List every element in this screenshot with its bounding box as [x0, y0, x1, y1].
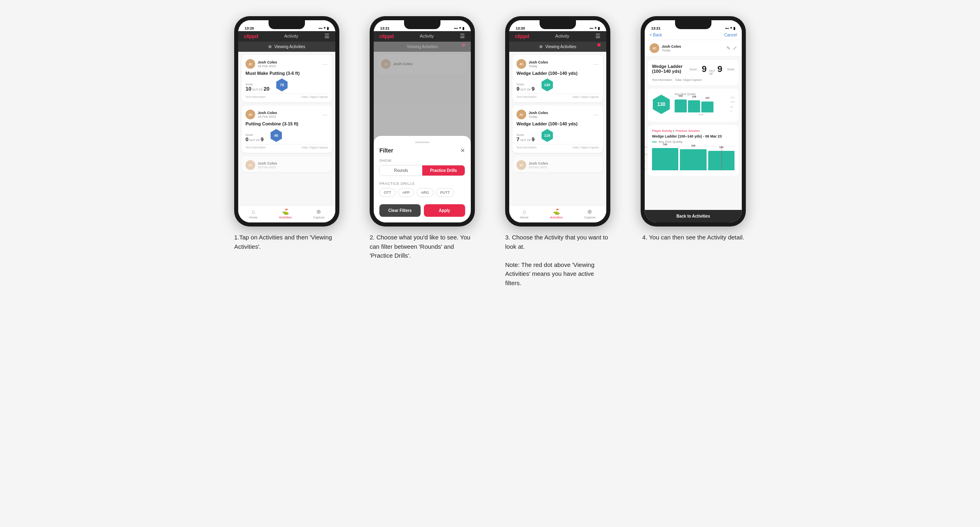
- nav-title-1: Activity: [284, 34, 298, 38]
- pill-putt-2[interactable]: PUTT: [436, 188, 455, 197]
- battery-icon-4: ▮: [733, 26, 735, 30]
- nav-capture-3[interactable]: ⊕ Capture: [584, 208, 595, 219]
- nav-activities-3[interactable]: ⛳ Activities: [550, 208, 563, 219]
- nav-home-3[interactable]: ⌂ Home: [520, 208, 528, 219]
- clear-filters-btn-2[interactable]: Clear Filters: [379, 204, 421, 217]
- apply-btn-2[interactable]: Apply: [424, 204, 465, 217]
- detail-score-card-4: Wedge Ladder (100–140 yds) Score 9 OUT O…: [648, 60, 739, 85]
- phone-4: 13:21 ▪▪▪ ⌖ ▮ < Back Cancel JC Josh: [641, 16, 746, 226]
- signal-icon-2: ▪▪▪: [454, 26, 458, 30]
- bottom-nav-1: ⌂ Home ⛳ Activities ⊕ Capture: [238, 205, 335, 222]
- activity-card-1-1[interactable]: JC Josh Coles 28 Feb 2023 ··· Must Make …: [241, 55, 332, 102]
- main-bar-val-4-1: 132: [663, 143, 667, 146]
- card-header-1-2: JC Josh Coles 28 Feb 2023 ···: [246, 110, 328, 119]
- user-date-1-2: 28 Feb 2023: [258, 115, 277, 119]
- toggle-row-2: Rounds Practice Drills: [379, 165, 465, 176]
- expand-icon-4[interactable]: ⤢: [733, 45, 737, 51]
- practice-session-card-4: Player Activity ▸ Practice Session Wedge…: [648, 125, 739, 176]
- edit-icon-4[interactable]: ✎: [726, 45, 730, 51]
- close-filter-2[interactable]: ✕: [460, 147, 465, 154]
- pill-arg-2[interactable]: ARG: [417, 188, 434, 197]
- caption-1: 1.Tap on Activities and then 'Viewing Ac…: [234, 233, 339, 251]
- status-time-4: 13:21: [651, 26, 660, 30]
- phone-column-2: 13:21 ▪▪▪ ⌖ ▮ clippd Activity ☰ Viewing …: [363, 16, 482, 260]
- axis-100-4: 100: [730, 101, 734, 103]
- detail-scroll-4: Wedge Ladder (100–140 yds) Score 9 OUT O…: [645, 57, 742, 210]
- filter-overlay-2: Viewing Activities JC Josh Coles: [374, 42, 471, 222]
- activity-card-3-2[interactable]: JC Josh Coles Today ··· Wedge Ladder (10…: [512, 106, 603, 153]
- rounds-toggle-2[interactable]: Rounds: [380, 165, 422, 176]
- card-title-3-2: Wedge Ladder (100–140 yds): [516, 121, 599, 126]
- score-val-1-2: 0 OUT OF 9: [246, 136, 264, 142]
- nav-activities-1[interactable]: ⛳ Activities: [279, 208, 292, 219]
- phone-1-inner: 13:20 ▪▪▪ ⌖ ▮ clippd Activity ☰ ⚙ Viewin…: [238, 20, 335, 222]
- blur-card-2: JC Josh Coles: [377, 55, 468, 75]
- more-options-1-1[interactable]: ···: [322, 61, 328, 67]
- detail-score-col-4: Score: [690, 68, 697, 72]
- back-btn-4[interactable]: < Back: [650, 33, 662, 37]
- card-stats-1-1: Score 10 OUT OF 20 75: [246, 78, 328, 92]
- practice-toggle-2[interactable]: Practice Drills: [422, 165, 465, 176]
- capture-label-3: Capture: [584, 216, 595, 219]
- hamburger-menu-1[interactable]: ☰: [324, 33, 330, 39]
- cancel-btn-4[interactable]: Cancel: [724, 33, 737, 37]
- filter-actions-2: Clear Filters Apply: [379, 204, 465, 217]
- more-options-3-2[interactable]: ···: [593, 111, 599, 118]
- status-icons-1: ▪▪▪ ⌖ ▮: [318, 26, 329, 30]
- card-stats-1-2: Score 0 OUT OF 9 45: [246, 129, 328, 142]
- banner-icon-1: ⚙: [268, 44, 272, 49]
- nav-capture-1[interactable]: ⊕ Capture: [313, 208, 324, 219]
- user-date-1-3: 28 Feb 2023: [258, 165, 277, 169]
- phone-column-3: 13:20 ▪▪▪ ⌖ ▮ clippd Activity ☰ ⚙ Viewin…: [498, 16, 618, 288]
- avg-sq-row-4: 130 Avg Shot Quality 132 129: [652, 93, 734, 116]
- activity-card-3-1[interactable]: JC Josh Coles Today ··· Wedge Ladder (10…: [512, 55, 603, 102]
- phone-notch-3: [540, 20, 576, 29]
- nav-home-1[interactable]: ⌂ Home: [249, 208, 257, 219]
- user-text-1-1: Josh Coles 28 Feb 2023: [258, 60, 277, 68]
- chart-title-4: Wedge Ladder (100–140 yds) - 06 Mar 23: [652, 134, 734, 138]
- pill-app-2[interactable]: APP: [398, 188, 414, 197]
- user-text-3-2: Josh Coles Today: [529, 111, 548, 119]
- card-header-3-3: JC Josh Coles 28 Feb 2023: [516, 160, 599, 170]
- red-dot-2: [462, 43, 465, 47]
- activity-card-1-2[interactable]: JC Josh Coles 28 Feb 2023 ··· Putting Co…: [241, 106, 332, 153]
- user-date-1-1: 28 Feb 2023: [258, 64, 277, 68]
- pill-ott-2[interactable]: OTT: [379, 188, 396, 197]
- activity-card-3-3[interactable]: JC Josh Coles 28 Feb 2023: [512, 156, 603, 172]
- hamburger-menu-2[interactable]: ☰: [460, 33, 465, 39]
- banner-1[interactable]: ⚙ Viewing Activities: [238, 42, 335, 52]
- detail-user-row-4: JC Josh Coles Today ✎ ⤢: [645, 40, 742, 57]
- back-to-activities-btn-4[interactable]: Back to Activities: [645, 210, 742, 222]
- activity-card-1-3[interactable]: JC Josh Coles 28 Feb 2023: [241, 156, 332, 172]
- wifi-icon-4: ⌖: [730, 26, 732, 30]
- main-bar-val-4-2: 129: [691, 144, 695, 147]
- card-header-3-1: JC Josh Coles Today ···: [516, 59, 599, 69]
- hamburger-menu-3[interactable]: ☰: [595, 33, 601, 39]
- blur-avatar-2: JC: [381, 59, 391, 69]
- nav-bar-3: clippd Activity ☰: [509, 31, 606, 42]
- banner-3[interactable]: ⚙ Viewing Activities: [509, 42, 606, 52]
- bar-4-1: 132: [675, 99, 687, 112]
- user-text-3-1: Josh Coles Today: [529, 60, 548, 68]
- card-info-3-2: Test Information: [516, 146, 537, 149]
- user-name-3-1: Josh Coles: [529, 60, 548, 64]
- nav-title-3: Activity: [555, 34, 569, 38]
- chart-x-label-4: APP: [675, 113, 728, 116]
- avatar-1-2: JC: [246, 110, 255, 119]
- more-options-1-2[interactable]: ···: [322, 111, 328, 118]
- axis-140-4: 140: [645, 146, 647, 148]
- status-icons-4: ▪▪▪ ⌖ ▮: [725, 26, 735, 30]
- card-stats-3-1: Score 9 OUT OF 9 130: [516, 78, 599, 92]
- phone-notch-4: [675, 20, 711, 29]
- bar-4-3: 124: [701, 102, 713, 112]
- bar-val-4-3: 124: [705, 97, 709, 99]
- battery-icon-1: ▮: [327, 26, 329, 30]
- score-val-3-2: 7 OUT OF 9: [516, 136, 535, 142]
- more-options-3-1[interactable]: ···: [593, 61, 599, 67]
- user-info-1-2: JC Josh Coles 28 Feb 2023: [246, 110, 277, 119]
- card-header-1-3: JC Josh Coles 28 Feb 2023: [246, 160, 328, 170]
- user-name-1-1: Josh Coles: [258, 60, 277, 64]
- phone-3: 13:20 ▪▪▪ ⌖ ▮ clippd Activity ☰ ⚙ Viewin…: [505, 16, 610, 226]
- user-name-1-3: Josh Coles: [258, 161, 277, 165]
- user-date-3-1: Today: [529, 64, 548, 68]
